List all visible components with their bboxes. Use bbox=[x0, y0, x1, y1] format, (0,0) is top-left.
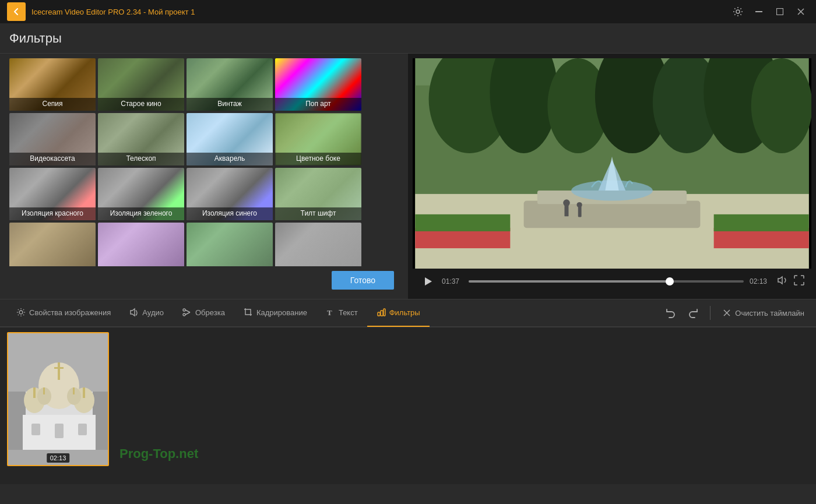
time-total: 02:13 bbox=[750, 277, 771, 286]
filter-item-isored[interactable]: Изоляция красного bbox=[9, 168, 96, 220]
filter-item-row4c[interactable] bbox=[187, 223, 273, 266]
filter-item-row4a[interactable] bbox=[9, 223, 96, 266]
back-button[interactable] bbox=[7, 2, 26, 21]
toolbar-trim-label: Обрезка bbox=[195, 308, 225, 317]
filter-thumb-row4b bbox=[98, 223, 184, 266]
video-preview bbox=[413, 58, 811, 269]
toolbar-crop[interactable]: Кадрирование bbox=[234, 299, 316, 327]
filter-item-row4b[interactable] bbox=[98, 223, 184, 266]
toolbar: Свойства изображения Аудио Обрезка Кадри… bbox=[0, 299, 816, 327]
svg-rect-31 bbox=[384, 309, 385, 316]
filter-item-tiltshift[interactable]: Тилт шифт bbox=[275, 168, 361, 220]
filter-label-isoblue: Изоляция синего bbox=[187, 207, 273, 220]
toolbar-filters-label: Фильтры bbox=[389, 308, 420, 317]
timeline-clip[interactable]: 02:13 bbox=[7, 332, 109, 466]
svg-rect-1 bbox=[755, 11, 762, 12]
svg-point-26 bbox=[183, 309, 185, 311]
volume-button[interactable] bbox=[776, 274, 788, 288]
svg-point-0 bbox=[736, 10, 740, 13]
filter-grid-wrapper[interactable]: СепияСтарое киноВинтажПоп артВидеокассет… bbox=[9, 58, 403, 266]
filter-item-vintage[interactable]: Винтаж bbox=[187, 58, 273, 111]
filter-label-isored: Изоляция красного bbox=[9, 207, 96, 220]
clear-timeline-button[interactable]: Очистить таймлайн bbox=[717, 308, 809, 318]
toolbar-image-props[interactable]: Свойства изображения bbox=[7, 299, 120, 327]
svg-text:T: T bbox=[327, 308, 332, 317]
svg-rect-45 bbox=[43, 387, 45, 394]
close-button[interactable] bbox=[793, 3, 809, 20]
svg-point-11 bbox=[751, 58, 811, 153]
filter-grid: СепияСтарое киноВинтажПоп артВидеокассет… bbox=[9, 58, 401, 266]
progress-bar[interactable] bbox=[469, 280, 744, 283]
preview-area: 01:37 02:13 bbox=[408, 54, 816, 299]
svg-point-27 bbox=[183, 313, 185, 316]
svg-rect-22 bbox=[578, 206, 582, 217]
filter-item-telescope[interactable]: Телескоп bbox=[98, 113, 184, 165]
svg-rect-38 bbox=[58, 362, 60, 380]
svg-rect-2 bbox=[777, 9, 783, 15]
toolbar-trim[interactable]: Обрезка bbox=[173, 299, 234, 327]
svg-rect-50 bbox=[55, 424, 64, 438]
fullscreen-button[interactable] bbox=[794, 275, 804, 288]
redo-button[interactable] bbox=[684, 304, 703, 322]
filter-item-sepia[interactable]: Сепия bbox=[9, 58, 96, 111]
toolbar-divider bbox=[710, 306, 711, 320]
filter-item-watercolor[interactable]: Акварель bbox=[187, 113, 273, 165]
progress-thumb bbox=[666, 277, 674, 286]
toolbar-text[interactable]: T Текст bbox=[316, 299, 367, 327]
time-current: 01:37 bbox=[442, 277, 463, 286]
filter-label-vintage: Винтаж bbox=[187, 98, 273, 111]
filter-label-videotape: Видеокассета bbox=[9, 153, 96, 165]
toolbar-filters[interactable]: Фильтры bbox=[367, 299, 430, 327]
filter-item-popart[interactable]: Поп арт bbox=[275, 58, 361, 111]
svg-rect-19 bbox=[714, 214, 809, 231]
filter-thumb-row4c bbox=[187, 223, 273, 266]
maximize-button[interactable] bbox=[772, 3, 788, 20]
titlebar: Icecream Video Editor PRO 2.34 - Мой про… bbox=[0, 0, 816, 23]
done-button[interactable]: Готово bbox=[332, 271, 394, 290]
settings-button[interactable] bbox=[730, 3, 746, 20]
filter-label-sepia: Сепия bbox=[9, 98, 96, 111]
filter-thumb-row4d bbox=[275, 223, 361, 266]
filter-item-row4d[interactable] bbox=[275, 223, 361, 266]
svg-rect-18 bbox=[415, 214, 510, 231]
svg-point-23 bbox=[576, 202, 582, 207]
toolbar-crop-label: Кадрирование bbox=[256, 308, 307, 317]
svg-rect-39 bbox=[54, 367, 64, 369]
timeline-area: 02:13 Prog-Top.net bbox=[0, 327, 816, 484]
main-content: СепияСтарое киноВинтажПоп артВидеокассет… bbox=[0, 54, 816, 299]
svg-point-21 bbox=[563, 199, 570, 206]
filter-item-oldfilm[interactable]: Старое кино bbox=[98, 58, 184, 111]
filter-area: СепияСтарое киноВинтажПоп артВидеокассет… bbox=[0, 54, 408, 299]
toolbar-right: Очистить таймлайн bbox=[661, 304, 809, 322]
svg-marker-24 bbox=[425, 277, 432, 286]
clear-timeline-label: Очистить таймлайн bbox=[735, 309, 804, 318]
filter-label-tiltshift: Тилт шифт bbox=[275, 207, 361, 220]
app-title: Icecream Video Editor PRO 2.34 - Мой про… bbox=[31, 8, 724, 16]
filter-item-colorboke[interactable]: Цветное боке bbox=[275, 113, 361, 165]
watermark: Prog-Top.net bbox=[119, 446, 198, 461]
page-header: Фильтры bbox=[0, 23, 816, 54]
svg-rect-49 bbox=[31, 424, 40, 435]
filter-item-isogreen[interactable]: Изоляция зеленого bbox=[98, 168, 184, 220]
minimize-button[interactable] bbox=[751, 3, 767, 20]
toolbar-image-props-label: Свойства изображения bbox=[29, 308, 111, 317]
svg-rect-30 bbox=[381, 311, 383, 316]
filter-item-videotape[interactable]: Видеокассета bbox=[9, 113, 96, 165]
clip-duration: 02:13 bbox=[47, 453, 70, 463]
svg-rect-41 bbox=[33, 387, 36, 398]
filter-label-isogreen: Изоляция зеленого bbox=[98, 207, 184, 220]
undo-button[interactable] bbox=[661, 304, 680, 322]
filter-thumb-row4a bbox=[9, 223, 96, 266]
player-controls: 01:37 02:13 bbox=[413, 269, 811, 294]
toolbar-audio-label: Аудио bbox=[142, 308, 164, 317]
filter-item-isoblue[interactable]: Изоляция синего bbox=[187, 168, 273, 220]
svg-point-25 bbox=[19, 311, 23, 314]
toolbar-audio[interactable]: Аудио bbox=[120, 299, 173, 327]
svg-rect-29 bbox=[378, 312, 380, 316]
progress-fill bbox=[469, 280, 670, 283]
done-button-row: Готово bbox=[9, 266, 403, 294]
play-button[interactable] bbox=[420, 273, 436, 290]
svg-rect-13 bbox=[524, 201, 701, 228]
svg-rect-47 bbox=[73, 387, 75, 394]
filter-label-popart: Поп арт bbox=[275, 98, 361, 111]
